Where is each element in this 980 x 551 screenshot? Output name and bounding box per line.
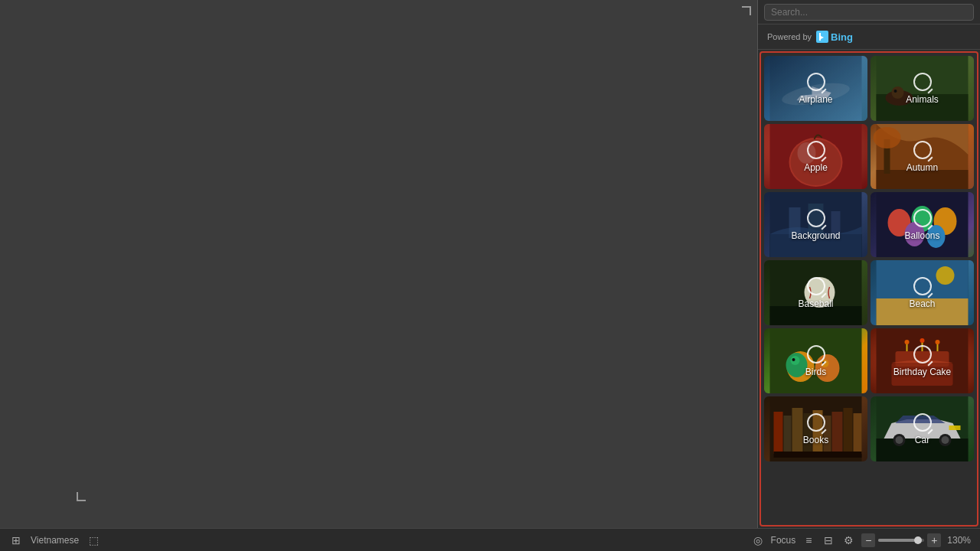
top-search-bar: [758, 0, 980, 24]
crop-icon: ⬚: [87, 533, 100, 547]
category-item-beach[interactable]: Beach: [871, 260, 974, 325]
zoom-control: − +: [861, 533, 941, 547]
bing-logo: Bing: [816, 31, 853, 43]
category-item-balloons[interactable]: Balloons: [871, 192, 974, 257]
canvas-corner-bl: [77, 492, 86, 501]
category-label-beach: Beach: [909, 298, 935, 309]
zoom-slider-fill: [878, 539, 915, 542]
category-overlay-balloons: Balloons: [871, 192, 974, 257]
bing-icon: [816, 31, 828, 43]
category-overlay-background: Background: [764, 192, 867, 257]
right-panel: Powered by Bing Airplane: [758, 0, 980, 528]
category-label-animals: Animals: [906, 94, 939, 105]
canvas-corner-tr: [742, 6, 751, 15]
statusbar-left: ⊞ Vietnamese ⬚: [9, 533, 742, 547]
category-label-autumn: Autumn: [906, 162, 938, 173]
category-overlay-car: Car: [871, 396, 974, 461]
zoom-level-text: 130%: [947, 535, 971, 546]
category-overlay-autumn: Autumn: [871, 124, 974, 189]
bing-header: Powered by Bing: [758, 24, 980, 50]
category-label-background: Background: [791, 230, 840, 241]
category-label-car: Car: [915, 435, 929, 445]
zoom-out-button[interactable]: −: [861, 533, 875, 547]
search-icon-balloons: [913, 209, 932, 227]
settings-icon: ⚙: [841, 533, 855, 547]
category-item-birds[interactable]: Birds: [764, 328, 867, 393]
canvas-area: [0, 0, 758, 528]
category-overlay-books: Books: [764, 396, 867, 461]
bing-brand-text: Bing: [831, 31, 853, 43]
category-overlay-birds: Birds: [764, 328, 867, 393]
main-area: Powered by Bing Airplane: [0, 0, 980, 528]
category-item-background[interactable]: Background: [764, 192, 867, 257]
search-icon-beach: [913, 277, 932, 295]
focus-label: Focus: [771, 535, 796, 546]
search-icon-apple: [807, 141, 825, 159]
powered-by-text: Powered by: [767, 31, 812, 42]
category-item-birthday_cake[interactable]: Birthday Cake: [871, 328, 974, 393]
category-label-balloons: Balloons: [904, 230, 939, 241]
category-item-apple[interactable]: Apple: [764, 124, 867, 189]
zoom-in-button[interactable]: +: [927, 533, 941, 547]
category-item-airplane[interactable]: Airplane: [764, 56, 867, 121]
search-icon-autumn: [913, 141, 932, 159]
category-item-autumn[interactable]: Autumn: [871, 124, 974, 189]
category-item-books[interactable]: Books: [764, 396, 867, 461]
search-icon-background: [807, 209, 825, 227]
category-label-baseball: Baseball: [798, 298, 833, 309]
search-icon-birds: [807, 345, 825, 364]
categories-grid[interactable]: Airplane Animals Apple Autumn Backgro: [760, 51, 978, 527]
category-overlay-animals: Animals: [871, 56, 974, 121]
statusbar: ⊞ Vietnamese ⬚ ◎ Focus ≡ ⊟ ⚙ − + 130%: [0, 528, 980, 551]
search-icon-baseball: [807, 277, 825, 295]
search-icon-birthday_cake: [913, 345, 932, 364]
layout-icon: ⊞: [9, 533, 23, 547]
category-label-books: Books: [803, 435, 828, 445]
category-item-animals[interactable]: Animals: [871, 56, 974, 121]
category-overlay-airplane: Airplane: [764, 56, 867, 121]
search-icon-airplane: [807, 73, 825, 91]
search-icon-animals: [913, 73, 932, 91]
zoom-slider[interactable]: [878, 539, 924, 542]
category-overlay-birthday_cake: Birthday Cake: [871, 328, 974, 393]
category-overlay-apple: Apple: [764, 124, 867, 189]
category-label-apple: Apple: [804, 162, 828, 173]
category-item-car[interactable]: Car: [871, 396, 974, 461]
search-input[interactable]: [764, 4, 974, 21]
category-overlay-beach: Beach: [871, 260, 974, 325]
category-overlay-baseball: Baseball: [764, 260, 867, 325]
category-label-birthday_cake: Birthday Cake: [893, 367, 951, 377]
category-label-airplane: Airplane: [799, 94, 832, 105]
list-icon: ≡: [802, 533, 815, 547]
search-icon-books: [807, 413, 825, 432]
focus-icon: ◎: [751, 533, 765, 547]
category-label-birds: Birds: [805, 367, 826, 377]
search-icon-car: [913, 413, 932, 432]
statusbar-right: ◎ Focus ≡ ⊟ ⚙ − + 130%: [751, 533, 971, 547]
zoom-slider-thumb: [914, 536, 922, 544]
grid-icon: ⊟: [822, 533, 835, 547]
grid-inner: Airplane Animals Apple Autumn Backgro: [764, 56, 974, 461]
category-item-baseball[interactable]: Baseball: [764, 260, 867, 325]
language-text: Vietnamese: [31, 535, 79, 546]
